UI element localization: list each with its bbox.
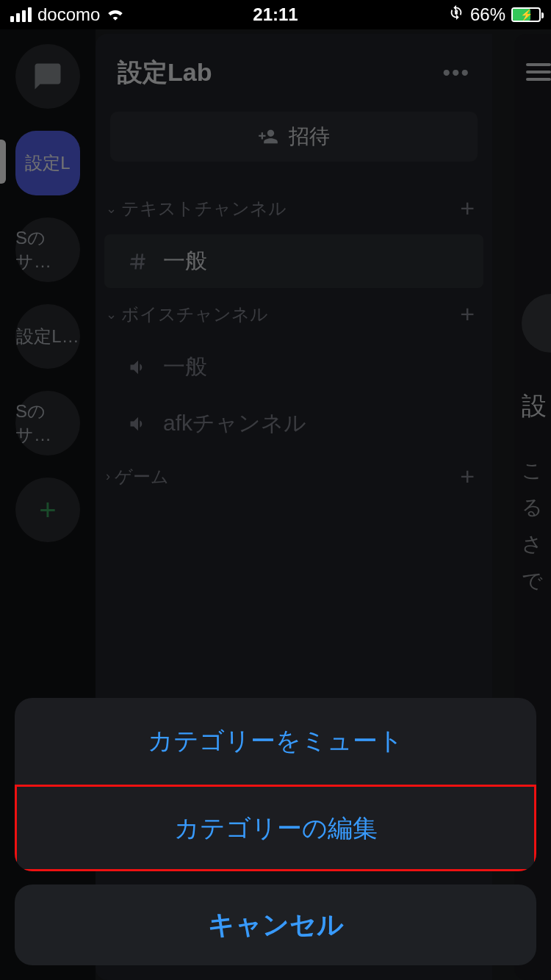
server-selected[interactable]: 設定L [15,131,80,195]
add-voice-channel[interactable]: + [460,300,475,328]
selected-indicator [0,140,6,184]
carrier-label: docomo [37,4,100,25]
mute-category-button[interactable]: カテゴリーをミュート [15,698,536,785]
invite-button[interactable]: 招待 [110,112,478,162]
chevron-down-icon: ⌄ [106,201,117,217]
chevron-right-icon: › [106,469,110,484]
speaker-icon [126,357,150,378]
add-game-channel[interactable]: + [460,462,475,491]
voice-channel-general[interactable]: 一般 [104,340,483,394]
edit-category-button[interactable]: カテゴリーの編集 [15,785,536,871]
status-bar: docomo 21:11 66% ⚡ [0,0,551,29]
server-more-button[interactable]: ••• [442,60,470,85]
dm-button[interactable] [15,44,80,109]
clock: 21:11 [253,4,298,25]
server-item-1[interactable]: Sのサ… [15,217,80,282]
add-text-channel[interactable]: + [460,194,475,223]
action-sheet: カテゴリーをミュート カテゴリーの編集 キャンセル [15,698,536,965]
menu-icon[interactable] [526,63,551,81]
add-server-button[interactable]: + [15,478,80,542]
invite-label: 招待 [289,123,330,151]
server-item-3[interactable]: Sのサ… [15,391,80,455]
channel-avatar [522,294,551,353]
add-user-icon [258,126,278,147]
battery-pct: 66% [470,4,505,25]
cancel-button[interactable]: キャンセル [15,884,536,965]
battery-icon: ⚡ [511,7,541,22]
peek-title: 設 [522,389,547,423]
text-channel-general[interactable]: 一般 [104,234,483,288]
wifi-icon [106,4,125,25]
hash-icon [126,251,150,272]
server-item-2[interactable]: 設定L… [15,304,80,369]
voice-channel-afk[interactable]: afkチャンネル [104,397,483,450]
signal-icon [10,7,32,22]
category-game[interactable]: ›ゲーム + [96,452,492,501]
category-text[interactable]: ⌄テキストチャンネル + [96,184,492,233]
chevron-down-icon: ⌄ [106,306,117,323]
orientation-lock-icon [448,4,464,25]
category-voice[interactable]: ⌄ボイスチャンネル + [96,289,492,339]
speaker-icon [126,414,150,434]
peek-body: こ る さ で [522,453,543,599]
server-title[interactable]: 設定Lab [118,56,212,90]
